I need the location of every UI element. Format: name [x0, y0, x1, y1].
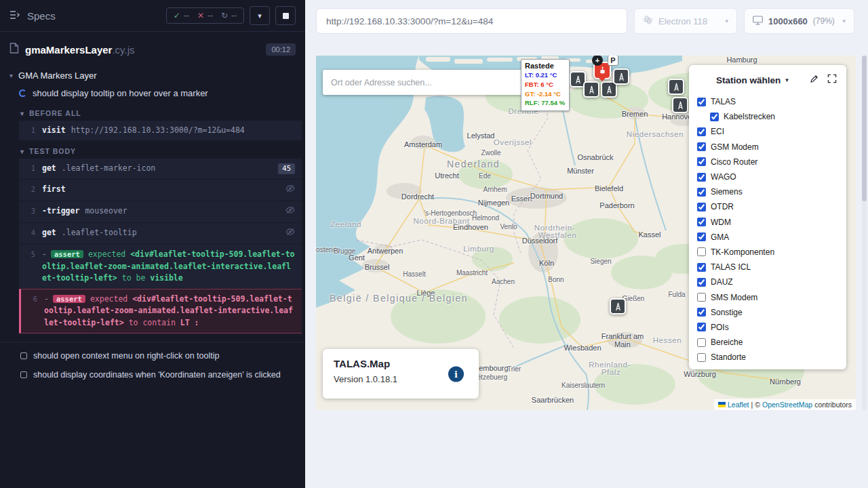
viewport-zoom: (79%) [813, 16, 835, 26]
specs-label[interactable]: Specs [27, 10, 56, 22]
browser-label: Electron 118 [658, 16, 707, 26]
station-filter-checkbox[interactable] [697, 232, 706, 241]
parking-marker-button[interactable]: P [608, 56, 618, 66]
station-filter-checkbox[interactable] [697, 203, 706, 211]
running-spinner-icon [19, 89, 26, 97]
test-body-command-log: 1get.leaflet-marker-icon452first 3-trigg… [0, 159, 305, 333]
caret-down-icon: ▾ [9, 72, 13, 79]
passed-icon: ✓ [174, 11, 180, 20]
electron-icon [643, 15, 653, 27]
assert-row-failed[interactable]: 6-assertexpected <div#leaflet-tooltip-50… [19, 289, 302, 333]
caret-down-icon: ▾ [20, 148, 24, 155]
station-filter-checkbox[interactable] [697, 218, 706, 226]
station-filter-item: DAUZ [697, 274, 838, 289]
station-filter-label: POIs [711, 323, 729, 332]
stop-run-button[interactable] [275, 6, 296, 25]
station-filter-checkbox[interactable] [697, 278, 706, 287]
station-filter-checkbox[interactable] [697, 188, 706, 197]
station-filter-label: Siemens [711, 187, 743, 197]
station-select-label[interactable]: Station wählen [716, 75, 781, 85]
osm-link[interactable]: OpenStreetMap [762, 401, 812, 409]
command-row-first[interactable]: 2first [19, 180, 302, 201]
command-row-trigger[interactable]: 3-triggermouseover [19, 201, 302, 222]
spec-duration-badge: 00:12 [266, 43, 296, 56]
command-row-get[interactable]: 4get.leaflet-tooltip [19, 223, 302, 244]
station-filter-item: ECI [697, 124, 838, 139]
station-filter-checkbox[interactable] [697, 338, 706, 347]
info-icon[interactable]: i [448, 366, 464, 382]
viewport-selector[interactable]: 1000x660 (79%) ▾ [744, 8, 854, 34]
station-filter-label: Cisco Router [711, 157, 757, 167]
station-filter-label: WAGO [711, 172, 736, 182]
command-content: -assertexpected <div#leaflet-tooltip-509… [42, 249, 295, 284]
station-filter-checkbox[interactable] [710, 113, 719, 121]
expand-fullscreen-icon[interactable] [827, 74, 837, 86]
pending-box-icon [20, 371, 27, 378]
station-filter-checkbox[interactable] [697, 323, 706, 331]
command-content: -triggermouseover [42, 205, 280, 217]
command-row-get[interactable]: 1get.leaflet-marker-icon45 [19, 159, 302, 178]
chevron-down-icon[interactable]: ▾ [785, 77, 789, 83]
station-filter-checkbox[interactable] [697, 293, 706, 302]
spec-name: gmaMarkersLayer [25, 44, 112, 56]
station-filter-label: Bereiche [711, 338, 743, 347]
failed-icon: ✕ [197, 11, 204, 20]
url-input[interactable] [316, 8, 627, 34]
station-filter-item: GMA [697, 230, 838, 245]
station-filter-checkbox[interactable] [697, 247, 706, 256]
command-row-visit[interactable]: 1visithttp://192.168.10.33:3000/?m=12&u=… [19, 121, 302, 140]
ukraine-flag-icon [718, 402, 726, 407]
station-filter-checkbox[interactable] [697, 142, 706, 151]
station-marker-icon[interactable] [668, 79, 684, 95]
station-filter-checkbox[interactable] [697, 263, 706, 272]
station-filter-checkbox[interactable] [697, 157, 706, 166]
station-filter-checkbox[interactable] [697, 308, 706, 317]
suite-row[interactable]: ▾ GMA Markers Layer [0, 64, 305, 83]
leaflet-link[interactable]: Leaflet [728, 401, 749, 409]
edit-pencil-icon[interactable] [810, 74, 819, 86]
collapse-all-button[interactable]: ▾ [250, 6, 270, 25]
station-marker-icon[interactable] [610, 298, 626, 314]
station-filter-label: TK-Komponenten [711, 247, 774, 257]
viewport-size: 1000x660 [768, 16, 808, 26]
station-filter-item: OTDR [697, 199, 838, 214]
attribution-separator: | [751, 401, 753, 409]
station-filter-label: OTDR [711, 202, 734, 211]
station-marker-icon[interactable] [672, 97, 688, 113]
station-filter-panel: Station wählen ▾ TALASKabelstrecken [689, 65, 846, 369]
station-filter-checkbox[interactable] [697, 98, 706, 106]
before-all-section[interactable]: ▾ BEFORE ALL [0, 103, 305, 121]
test-stats: ✓-- ✕-- ↻-- [166, 7, 244, 24]
test-body-section[interactable]: ▾ TEST BODY [0, 141, 305, 159]
marker-tooltip[interactable]: Rastede LT: 0.21 °CFBT: 6 °CGT: -2.14 °C… [521, 59, 570, 111]
assert-row-passed[interactable]: 5-assertexpected <div#leaflet-tooltip-50… [19, 245, 302, 288]
active-test-row[interactable]: should display tooltip on hover over a m… [0, 83, 305, 103]
tooltip-measurement: FBT: 6 °C [525, 80, 566, 89]
pending-test-row[interactable]: should display coordinates when 'Koordin… [0, 365, 305, 384]
spec-file-row[interactable]: gmaMarkersLayer.cy.js 00:12 [0, 32, 305, 64]
command-number: 6 [24, 293, 37, 305]
element-count-badge: 45 [278, 163, 295, 174]
before-all-command-log: 1visithttp://192.168.10.33:3000/?m=12&u=… [0, 121, 305, 140]
station-filter-checkbox[interactable] [697, 173, 706, 182]
station-filter-item: SMS Modem [697, 289, 838, 304]
specs-menu-icon[interactable] [9, 10, 20, 22]
station-filter-item: Cisco Router [697, 155, 838, 169]
station-filter-item: Standorte [697, 350, 838, 365]
leaflet-map[interactable]: GroningenEmdenAmsterdamLelystadZwolleUtr… [316, 56, 856, 410]
scrollbar-thumb[interactable] [862, 56, 867, 201]
browser-selector[interactable]: Electron 118 ▾ [634, 8, 737, 34]
pending-test-row[interactable]: should open context menu on right-click … [0, 346, 305, 365]
station-marker-icon[interactable] [613, 68, 629, 85]
before-all-label: BEFORE ALL [29, 109, 81, 117]
spec-extension: .cy.js [112, 44, 134, 56]
station-filter-checkbox[interactable] [697, 127, 706, 136]
station-marker-icon[interactable] [583, 81, 599, 98]
station-filter-item: WDM [697, 215, 838, 230]
scrollbar-track[interactable] [862, 56, 867, 410]
map-search-input[interactable] [323, 70, 549, 95]
station-filter-checkbox[interactable] [697, 353, 706, 362]
station-filter-item: POIs [697, 320, 838, 335]
station-filter-label: Kabelstrecken [724, 112, 775, 121]
station-filter-label: WDM [711, 218, 731, 227]
